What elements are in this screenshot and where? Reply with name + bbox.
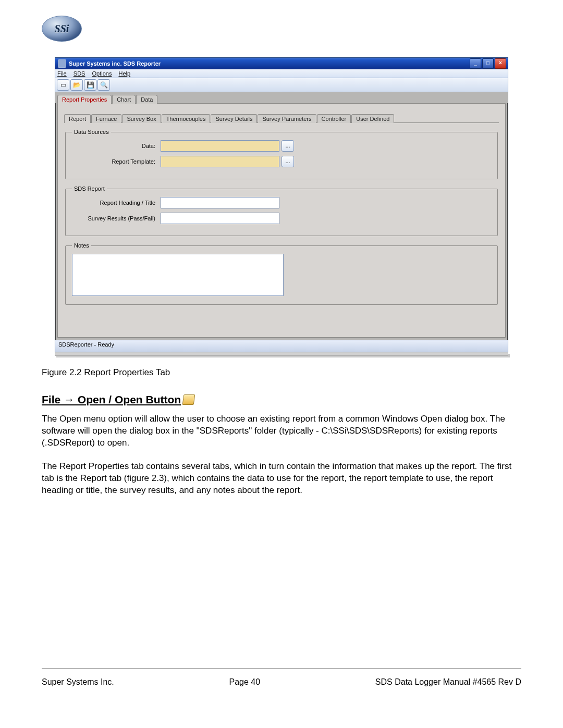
footer-right: SDS Data Logger Manual #4565 Rev D (375, 677, 521, 687)
group-sds-report: SDS Report Report Heading / Title Survey… (65, 186, 498, 236)
subtab-user-defined[interactable]: User Defined (351, 114, 394, 123)
tab-report-properties[interactable]: Report Properties (57, 95, 112, 104)
section-heading-text: File → Open / Open Button (42, 393, 181, 406)
menu-options[interactable]: Options (92, 70, 112, 77)
footer-center: Page 40 (229, 677, 260, 687)
label-report-template: Report Template: (72, 158, 161, 165)
menu-file[interactable]: File (57, 70, 67, 77)
window-titlebar: Super Systems inc. SDS Reporter _ □ × (55, 58, 508, 69)
legend-notes: Notes (72, 242, 91, 249)
subtab-report[interactable]: Report (64, 114, 91, 123)
group-notes: Notes (65, 242, 498, 305)
open-folder-icon (182, 394, 195, 405)
input-survey-results[interactable] (161, 213, 279, 224)
label-report-heading: Report Heading / Title (72, 200, 161, 206)
window-title: Super Systems inc. SDS Reporter (69, 60, 161, 67)
tab-chart[interactable]: Chart (112, 95, 136, 104)
app-icon (58, 59, 66, 68)
subtab-furnace[interactable]: Furnace (91, 114, 121, 123)
ssi-logo: SSi (42, 16, 82, 42)
footer-left: Super Systems Inc. (42, 677, 114, 687)
save-icon[interactable]: 💾 (84, 79, 96, 91)
window-shadow (55, 352, 508, 356)
label-data: Data: (72, 143, 161, 149)
open-icon[interactable]: 📂 (70, 79, 83, 91)
input-data[interactable] (161, 140, 279, 152)
textarea-notes[interactable] (72, 254, 284, 296)
subtab-survey-details[interactable]: Survey Details (211, 114, 257, 123)
label-survey-results: Survey Results (Pass/Fail) (72, 215, 161, 221)
new-icon[interactable]: ▭ (57, 79, 69, 91)
paragraph-1: The Open menu option will allow the user… (42, 413, 521, 449)
print-preview-icon[interactable]: 🔍 (97, 79, 110, 91)
group-data-sources: Data Sources Data: ... Report Template: … (65, 129, 498, 179)
menubar: File SDS Options Help (55, 69, 508, 78)
sub-tabs: Report Furnace Survey Box Thermocouples … (64, 114, 499, 122)
figure-caption: Figure 2.2 Report Properties Tab (42, 367, 521, 378)
status-bar: SDSReporter - Ready (55, 340, 508, 352)
menu-help[interactable]: Help (118, 70, 130, 77)
legend-sds-report: SDS Report (72, 186, 107, 192)
paragraph-2: The Report Properties tab contains sever… (42, 461, 521, 497)
browse-data-button[interactable]: ... (282, 140, 294, 152)
subtab-controller[interactable]: Controller (317, 114, 351, 123)
menu-sds[interactable]: SDS (74, 70, 85, 77)
input-report-heading[interactable] (161, 197, 279, 208)
app-window: Super Systems inc. SDS Reporter _ □ × Fi… (55, 57, 508, 352)
toolbar: ▭ 📂 💾 🔍 (55, 78, 508, 92)
page-footer: Super Systems Inc. Page 40 SDS Data Logg… (42, 669, 521, 687)
browse-template-button[interactable]: ... (282, 156, 294, 167)
minimize-button[interactable]: _ (470, 58, 481, 69)
form-area: Report Furnace Survey Box Thermocouples … (57, 104, 506, 338)
subtab-thermocouples[interactable]: Thermocouples (162, 114, 211, 123)
main-tabs: Report Properties Chart Data (55, 92, 508, 103)
maximize-button[interactable]: □ (482, 58, 494, 69)
tab-data[interactable]: Data (136, 95, 157, 104)
close-button[interactable]: × (495, 58, 506, 69)
subtab-survey-parameters[interactable]: Survey Parameters (258, 114, 316, 123)
input-report-template[interactable] (161, 156, 279, 167)
legend-data-sources: Data Sources (72, 129, 111, 135)
subtab-survey-box[interactable]: Survey Box (122, 114, 161, 123)
section-heading: File → Open / Open Button (42, 393, 521, 406)
